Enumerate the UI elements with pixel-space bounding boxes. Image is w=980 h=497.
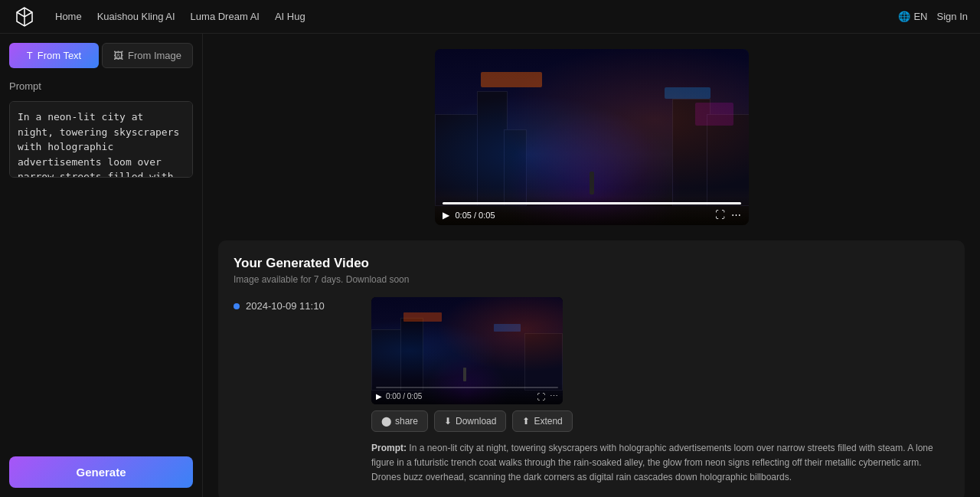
generated-right: ▶ 0:00 / 0:05 ⛶ ⋯ <box>371 297 949 486</box>
timestamp-text: 2024-10-09 11:10 <box>246 300 325 312</box>
download-button[interactable]: ⬇ Download <box>434 410 506 432</box>
timestamp-dot <box>234 303 240 309</box>
prompt-input[interactable]: In a neon-lit city at night, towering sk… <box>9 101 193 178</box>
thumb-play-button[interactable]: ▶ <box>376 392 382 401</box>
thumb-time: 0:00 / 0:05 <box>386 392 422 401</box>
controls-right: ⛶ ⋯ <box>715 209 741 221</box>
video-thumbnail[interactable]: ▶ 0:00 / 0:05 ⛶ ⋯ <box>371 297 563 404</box>
nav-home[interactable]: Home <box>55 11 82 22</box>
thumb-figure <box>463 368 466 381</box>
sidebar: T From Text 🖼 From Image Prompt In a neo… <box>0 34 203 497</box>
download-icon: ⬇ <box>444 416 452 427</box>
extend-button[interactable]: ⬆ Extend <box>512 410 572 432</box>
lang-label: EN <box>913 11 927 22</box>
thumb-more-button[interactable]: ⋯ <box>550 391 558 401</box>
generated-body: 2024-10-09 11:10 <box>234 297 949 486</box>
prompt-label: Prompt <box>9 80 193 92</box>
thumb-controls: ▶ 0:00 / 0:05 ⛶ ⋯ <box>371 384 563 404</box>
timestamp-item[interactable]: 2024-10-09 11:10 <box>234 297 356 315</box>
thumb-progress-bar[interactable] <box>376 387 558 388</box>
controls-row: ▶ 0:05 / 0:05 ⛶ ⋯ <box>443 209 741 221</box>
generate-button[interactable]: Generate <box>9 456 193 488</box>
video-time: 0:05 / 0:05 <box>456 211 495 220</box>
language-selector[interactable]: 🌐 EN <box>898 11 927 22</box>
video-player-top[interactable]: ▶ 0:05 / 0:05 ⛶ ⋯ <box>435 49 749 225</box>
generated-title: Your Generated Video <box>234 256 949 271</box>
header-right: 🌐 EN Sign In <box>898 11 968 22</box>
sidebar-spacer <box>9 187 193 447</box>
share-icon: ⬤ <box>381 416 391 427</box>
nav-kling[interactable]: Kuaishou Kling AI <box>97 11 175 22</box>
action-buttons: ⬤ share ⬇ Download ⬆ Extend <box>371 410 949 432</box>
progress-bar[interactable] <box>443 202 741 204</box>
nav-luma[interactable]: Luma Dream AI <box>191 11 260 22</box>
extend-icon: ⬆ <box>522 416 530 427</box>
tab-row: T From Text 🖼 From Image <box>9 43 193 68</box>
nav-ai-hug[interactable]: AI Hug <box>275 11 305 22</box>
prompt-prefix: Prompt: <box>371 443 407 453</box>
play-button[interactable]: ▶ <box>443 210 449 221</box>
fullscreen-button[interactable]: ⛶ <box>715 209 725 221</box>
content-area: ▶ 0:05 / 0:05 ⛶ ⋯ <box>203 34 980 497</box>
tab-from-text[interactable]: T From Text <box>9 43 99 68</box>
globe-icon: 🌐 <box>898 11 910 22</box>
prompt-body: In a neon-lit city at night, towering sk… <box>371 443 933 482</box>
prompt-display: Prompt: In a neon-lit city at night, tow… <box>371 441 949 486</box>
sign-in-button[interactable]: Sign In <box>937 11 968 22</box>
main-layout: T From Text 🖼 From Image Prompt In a neo… <box>0 34 980 497</box>
timestamp-list: 2024-10-09 11:10 <box>234 297 356 486</box>
thumb-fullscreen-button[interactable]: ⛶ <box>537 391 545 401</box>
thumb-controls-row: ▶ 0:00 / 0:05 ⛶ ⋯ <box>376 391 558 401</box>
controls-left: ▶ 0:05 / 0:05 <box>443 210 495 221</box>
generated-subtitle: Image available for 7 days. Download soo… <box>234 274 949 285</box>
header-left: Home Kuaishou Kling AI Luma Dream AI AI … <box>12 5 305 29</box>
logo[interactable] <box>12 5 37 29</box>
share-button[interactable]: ⬤ share <box>371 410 428 432</box>
tab-from-image[interactable]: 🖼 From Image <box>102 43 193 68</box>
video-preview-top: ▶ 0:05 / 0:05 ⛶ ⋯ <box>203 34 980 233</box>
image-icon: 🖼 <box>113 50 123 61</box>
text-icon: T <box>27 50 33 61</box>
main-nav: Home Kuaishou Kling AI Luma Dream AI AI … <box>55 11 305 22</box>
generated-video-section: Your Generated Video Image available for… <box>218 240 965 497</box>
progress-fill <box>443 202 741 204</box>
more-options-button[interactable]: ⋯ <box>731 209 741 221</box>
video-controls: ▶ 0:05 / 0:05 ⛶ ⋯ <box>435 196 749 225</box>
